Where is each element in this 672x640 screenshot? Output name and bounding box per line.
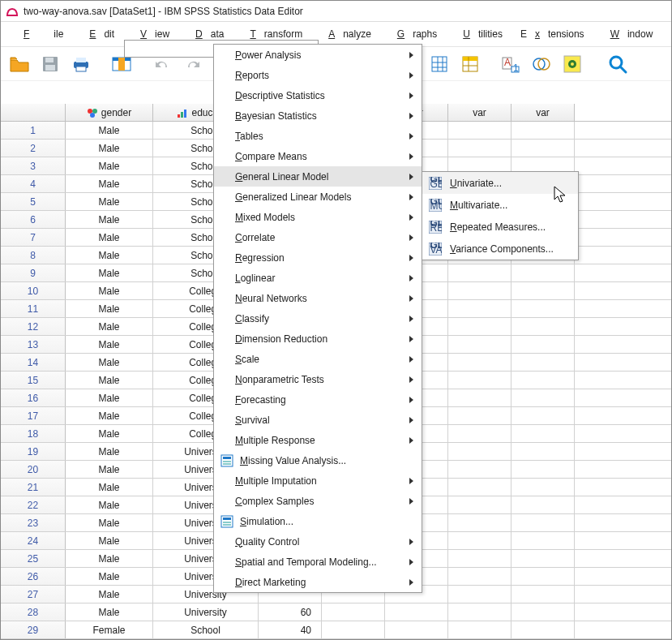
row-number[interactable]: 15 <box>1 372 66 389</box>
cell-var[interactable] <box>511 389 575 406</box>
row-number[interactable]: 5 <box>1 193 66 210</box>
row-number[interactable]: 4 <box>1 175 66 192</box>
menu-item-tables[interactable]: Tables <box>214 126 422 146</box>
cell-var[interactable] <box>511 443 575 460</box>
cell-education[interactable]: University <box>153 603 259 621</box>
cell-gender[interactable]: Male <box>66 496 153 513</box>
row-number[interactable]: 17 <box>1 407 66 424</box>
cell-var[interactable] <box>511 407 575 424</box>
cell-var[interactable] <box>448 586 511 603</box>
menu-item-dimension-reduction[interactable]: Dimension Reduction <box>214 329 422 349</box>
menu-item-regression[interactable]: Regression <box>214 247 422 268</box>
row-number[interactable]: 19 <box>1 443 66 460</box>
cell-gender[interactable]: Male <box>66 425 153 442</box>
cell-education[interactable]: School <box>153 621 259 638</box>
row-number[interactable]: 12 <box>1 318 66 335</box>
menu-item-multiple-response[interactable]: Multiple Response <box>214 430 422 450</box>
cell-var[interactable] <box>511 603 575 621</box>
cell-var[interactable] <box>448 496 511 513</box>
cell-value[interactable]: 60 <box>259 603 322 621</box>
cell-var[interactable] <box>448 140 511 157</box>
cell-var[interactable] <box>511 300 575 317</box>
cell-var[interactable] <box>448 532 511 549</box>
row-number[interactable]: 27 <box>1 586 66 603</box>
menu-item-survival[interactable]: Survival <box>214 410 422 430</box>
cell-var[interactable] <box>448 603 511 621</box>
menu-item-nonparametric-tests[interactable]: Nonparametric Tests <box>214 369 422 389</box>
submenu-item-repeated-measures[interactable]: GLMREPRepeated Measures... <box>422 216 578 238</box>
menu-item-missing-value-analysis[interactable]: Missing Value Analysis... <box>214 450 422 470</box>
cell-var[interactable] <box>448 300 511 317</box>
cell-var[interactable] <box>511 496 575 513</box>
menu-file[interactable]: File <box>7 25 71 43</box>
cell-gender[interactable]: Male <box>66 157 153 174</box>
cell-var[interactable] <box>511 514 575 531</box>
menu-item-simulation[interactable]: Simulation... <box>214 511 422 531</box>
save-button[interactable] <box>36 50 64 78</box>
cell-var[interactable] <box>511 264 575 281</box>
cell-gender[interactable]: Male <box>66 514 153 531</box>
col-header-var4[interactable]: var <box>511 104 575 121</box>
tb-search-button[interactable] <box>604 50 631 78</box>
menu-item-direct-marketing[interactable]: Direct Marketing <box>214 572 422 592</box>
cell-var[interactable] <box>511 372 575 389</box>
cell-gender[interactable]: Male <box>66 247 153 264</box>
row-number[interactable]: 3 <box>1 157 66 174</box>
menu-window[interactable]: Window <box>594 25 661 43</box>
cell-var[interactable] <box>448 443 511 460</box>
cell-gender[interactable]: Male <box>66 586 153 603</box>
cell-gender[interactable]: Male <box>66 603 153 621</box>
row-number[interactable]: 11 <box>1 300 66 317</box>
menu-item-forecasting[interactable]: Forecasting <box>214 389 422 410</box>
cell-var[interactable] <box>511 479 575 496</box>
cell-var[interactable] <box>448 372 511 389</box>
cell-gender[interactable]: Male <box>66 229 153 246</box>
cell-var[interactable] <box>511 354 575 371</box>
cell-gender[interactable]: Male <box>66 282 153 299</box>
col-header-var3[interactable]: var <box>448 104 511 121</box>
cell-var[interactable] <box>322 621 385 638</box>
col-header-gender[interactable]: gender <box>66 104 153 121</box>
tb-venn-button[interactable] <box>528 50 555 78</box>
row-number[interactable]: 16 <box>1 389 66 406</box>
print-button[interactable] <box>67 50 95 78</box>
cell-gender[interactable]: Male <box>66 479 153 496</box>
row-number[interactable]: 24 <box>1 532 66 549</box>
row-number[interactable]: 26 <box>1 568 66 585</box>
tb-target-button[interactable] <box>559 50 586 78</box>
tb-grid2-button[interactable] <box>456 50 484 78</box>
menu-item-compare-means[interactable]: Compare Means <box>214 146 422 166</box>
cell-var[interactable] <box>448 550 511 567</box>
cell-gender[interactable]: Male <box>66 193 153 210</box>
cell-gender[interactable]: Male <box>66 568 153 585</box>
cell-var[interactable] <box>511 461 575 478</box>
cell-var[interactable] <box>511 140 575 157</box>
cell-gender[interactable]: Male <box>66 461 153 478</box>
menu-item-neural-networks[interactable]: Neural Networks <box>214 288 422 308</box>
menu-item-mixed-models[interactable]: Mixed Models <box>214 207 422 227</box>
cell-var[interactable] <box>448 568 511 585</box>
menu-extensions[interactable]: Extensions <box>512 25 593 43</box>
menu-item-correlate[interactable]: Correlate <box>214 227 422 247</box>
tb-valuelabels-button[interactable]: A1 <box>497 50 524 78</box>
cell-gender[interactable]: Male <box>66 318 153 335</box>
cell-gender[interactable]: Male <box>66 264 153 281</box>
submenu-item-variance-components[interactable]: GLMVARVariance Components... <box>422 238 578 260</box>
cell-var[interactable] <box>448 264 511 281</box>
cell-var[interactable] <box>385 603 448 621</box>
tb-grid1-button[interactable] <box>426 50 453 78</box>
menu-item-general-linear-model[interactable]: General Linear Model <box>214 166 422 187</box>
row-number[interactable]: 25 <box>1 550 66 567</box>
cell-var[interactable] <box>448 389 511 406</box>
row-number[interactable]: 8 <box>1 247 66 264</box>
cell-gender[interactable]: Male <box>66 372 153 389</box>
menu-item-classify[interactable]: Classify <box>214 308 422 329</box>
row-number[interactable]: 14 <box>1 354 66 371</box>
cell-var[interactable] <box>448 621 511 638</box>
cell-gender[interactable]: Male <box>66 407 153 424</box>
menu-edit[interactable]: Edit <box>73 25 122 43</box>
cell-gender[interactable]: Male <box>66 122 153 139</box>
menu-item-power-analysis[interactable]: Power Analysis <box>214 45 422 65</box>
cell-var[interactable] <box>448 354 511 371</box>
menu-help[interactable]: Help <box>662 25 672 43</box>
